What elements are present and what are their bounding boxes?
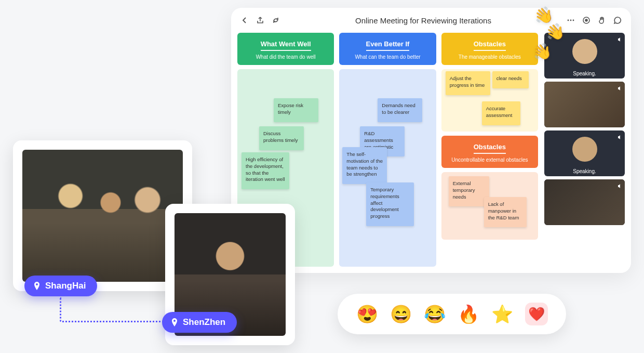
video-tile[interactable]: Speaking. xyxy=(544,130,625,176)
column-obstacles: Obstacles The manageable obstacles Adjus… xyxy=(441,33,538,267)
sticky-note[interactable]: Discuss problems timely xyxy=(259,126,304,150)
more-icon[interactable] xyxy=(567,16,575,24)
sticky-note[interactable]: External temporary needs xyxy=(449,176,489,206)
sticky-note[interactable]: Accurate assessment xyxy=(482,101,520,125)
location-label: ShangHai xyxy=(45,281,86,291)
share-icon[interactable] xyxy=(256,16,264,24)
sticky-note[interactable]: Temporary requirements affect developmen… xyxy=(366,182,414,226)
hand-icon[interactable] xyxy=(598,16,606,24)
chat-icon[interactable] xyxy=(613,16,622,24)
sticky-note[interactable]: Demands need to be clearer xyxy=(378,98,422,122)
column-header: What Went Well What did the team do well xyxy=(237,33,334,65)
column-subtitle: What did the team do well xyxy=(243,54,329,60)
sticky-note[interactable]: Adjust the progress in time xyxy=(446,71,490,95)
sticky-note[interactable]: Expose risk timely xyxy=(274,98,318,122)
column-body[interactable]: External temporary needs Lack of manpowe… xyxy=(441,172,538,240)
sticky-note[interactable]: clear needs xyxy=(492,71,529,88)
reaction-love[interactable]: 😍 xyxy=(356,304,378,324)
column-title: Even Better If xyxy=(366,40,410,51)
location-pill-shanghai[interactable]: ShangHai xyxy=(24,276,97,296)
avatar xyxy=(572,39,597,64)
column-body[interactable]: Adjust the progress in time clear needs … xyxy=(441,69,538,132)
toolbar: Online Meeting for Reviewing Iterations xyxy=(231,8,631,33)
connection-line xyxy=(60,297,164,322)
video-tile[interactable] xyxy=(544,179,625,225)
svg-point-2 xyxy=(573,20,574,21)
column-header: Obstacles The manageable obstacles xyxy=(441,33,538,65)
column-title: What Went Well xyxy=(261,40,311,51)
column-subtitle: Uncontrollable external obstacles xyxy=(447,157,533,163)
avatar xyxy=(572,137,597,162)
reaction-grin[interactable]: 😄 xyxy=(390,304,412,324)
column-title: Obstacles xyxy=(474,143,506,154)
column-header: Obstacles Uncontrollable external obstac… xyxy=(441,136,538,168)
location-icon xyxy=(170,318,179,326)
svg-point-0 xyxy=(568,20,569,21)
record-icon[interactable] xyxy=(582,16,591,24)
volume-icon xyxy=(618,84,623,89)
video-panel: Speaking. Speaking. xyxy=(544,33,625,267)
column-title: Obstacles xyxy=(474,40,506,51)
back-icon[interactable] xyxy=(240,16,249,24)
volume-icon xyxy=(618,35,623,40)
reaction-bar: 😍 😄 😂 🔥 ⭐ ❤️ xyxy=(338,294,566,334)
location-pill-shenzhen[interactable]: ShenZhen xyxy=(162,312,237,333)
column-body[interactable]: Demands need to be clearer R&D assessmen… xyxy=(339,69,436,267)
board-title: Online Meeting for Reviewing Iterations xyxy=(355,16,491,25)
sticky-note[interactable]: High efficiency of the development, so t… xyxy=(242,152,289,189)
sticky-note[interactable]: Lack of manpower in the R&D team xyxy=(484,197,527,227)
svg-point-1 xyxy=(570,20,572,21)
sync-icon[interactable] xyxy=(272,16,280,24)
reaction-fire[interactable]: 🔥 xyxy=(458,304,479,324)
reaction-star[interactable]: ⭐ xyxy=(491,304,513,324)
volume-icon xyxy=(618,133,623,138)
column-subtitle: What can the team do better xyxy=(344,54,431,60)
video-status: Speaking. xyxy=(544,168,625,174)
column-subtitle: The manageable obstacles xyxy=(447,54,533,60)
location-label: ShenZhen xyxy=(183,317,225,328)
column-header: Even Better If What can the team do bett… xyxy=(339,33,436,65)
reaction-joy[interactable]: 😂 xyxy=(424,304,446,324)
video-tile[interactable] xyxy=(544,82,625,127)
sticky-note[interactable]: The self-motivation of the team needs to… xyxy=(342,147,387,184)
video-feed xyxy=(544,82,625,127)
column-even-better: Even Better If What can the team do bett… xyxy=(339,33,436,267)
team-photo xyxy=(22,150,183,282)
video-status: Speaking. xyxy=(544,71,625,76)
location-icon xyxy=(33,282,41,290)
reaction-heart[interactable]: ❤️ xyxy=(525,303,548,325)
svg-point-4 xyxy=(585,19,587,21)
volume-icon xyxy=(618,181,623,187)
video-feed xyxy=(544,179,625,225)
